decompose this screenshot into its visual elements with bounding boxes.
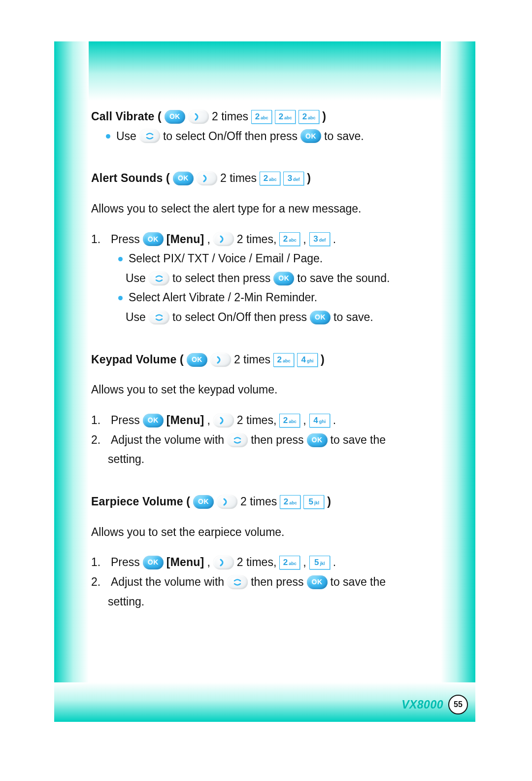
heading-text: Earpiece Volume ( [91,493,190,511]
text: then press [251,573,303,591]
right-arrow-icon [188,110,209,124]
gradient-top [54,41,475,101]
text: Press [111,231,140,248]
paren-close: ) [322,108,326,126]
ok-icon [143,556,164,569]
text: . [333,554,336,571]
page-number: 55 [448,695,468,714]
text: , [303,554,306,571]
text: , [207,412,210,429]
text: to save the [331,573,386,591]
list-number: 1. [91,412,108,429]
text: Press [111,554,140,571]
list-item-cont: setting. [108,593,441,611]
key-4ghi-icon: 4ghi [309,414,330,427]
text: to select On/Off then press [172,309,307,326]
key-2abc-icon: 2abc [273,353,294,367]
ok-icon [143,414,164,427]
right-arrow-icon [197,172,217,185]
paren-close: ) [307,170,311,187]
key-2abc-icon: 2abc [260,172,280,185]
content: Call Vibrate ( 2 times 2abc 2abc 2abc ) … [91,106,441,682]
text: Allows you to set the earpiece volume. [91,524,284,541]
key-2abc-icon: 2abc [251,110,272,124]
text: 2 times, [237,412,277,429]
text: to select then press [172,270,270,287]
text: to save. [333,309,373,326]
ok-icon [173,172,194,185]
ok-icon [187,353,207,367]
right-arrow-icon [210,353,231,367]
key-2abc-icon: 2abc [279,556,300,569]
bullet-icon [118,296,123,300]
text: setting. [108,451,144,468]
text: Adjust the volume with [111,431,224,449]
text: to save the [331,431,386,449]
text: . [333,231,336,248]
model-label: VX8000 [401,698,443,711]
text: Use [126,270,146,287]
gradient-left [54,41,89,722]
key-2abc-icon: 2abc [279,232,300,246]
bullet-row: Select Alert Vibrate / 2-Min Reminder. [118,289,441,307]
paren-close: ) [321,351,325,369]
text: Select PIX/ TXT / Voice / Email / Page. [129,250,323,268]
list-item-cont: setting. [108,451,441,468]
ok-icon [273,272,294,285]
gradient-right [441,41,475,722]
description: Allows you to select the alert type for … [91,200,441,218]
text: , [207,554,210,571]
key-5jkl-icon: 5jkl [303,495,324,509]
bullet-icon [106,134,110,139]
text: setting. [108,593,144,611]
nav-updown-icon [149,311,169,324]
ok-icon [307,433,328,447]
text: Press [111,412,140,429]
text: Select Alert Vibrate / 2-Min Reminder. [129,289,317,307]
list-item: 2. Adjust the volume with then press to … [91,431,441,449]
list-number: 2. [91,431,108,449]
bullet-icon [118,257,123,261]
list-number: 1. [91,554,108,571]
key-2abc-icon: 2abc [280,495,300,509]
ok-icon [307,575,328,589]
right-arrow-icon [213,556,234,569]
list-item: 2. Adjust the volume with then press to … [91,573,441,591]
list-number: 2. [91,573,108,591]
key-4ghi-icon: 4ghi [297,353,318,367]
bullet-row-cont: Use to select then press to save the sou… [126,270,441,287]
right-arrow-icon [213,232,234,246]
list-item: 1. Press [Menu] , 2 times, 2abc , 5jkl . [91,554,441,571]
text: to save the sound. [297,270,390,287]
key-5jkl-icon: 5jkl [309,556,330,569]
nav-updown-icon [227,575,248,589]
key-2abc-icon: 2abc [275,110,296,124]
key-2abc-icon: 2abc [299,110,319,124]
times-text: 2 times [234,351,270,369]
key-3def-icon: 3def [283,172,304,185]
menu-label: [Menu] [166,231,204,248]
menu-label: [Menu] [166,554,204,571]
bullet-row: Select PIX/ TXT / Voice / Email / Page. [118,250,441,268]
nav-updown-icon [227,433,248,447]
description: Allows you to set the earpiece volume. [91,524,441,541]
list-item: 1. Press [Menu] , 2 times, 2abc , 3def . [91,231,441,248]
ok-icon [193,495,214,509]
nav-updown-icon [149,272,169,285]
section-keypad-volume-heading: Keypad Volume ( 2 times 2abc 4ghi ) [91,351,441,369]
page: Call Vibrate ( 2 times 2abc 2abc 2abc ) … [0,0,532,781]
text: Allows you to select the alert type for … [91,200,361,218]
heading-text: Keypad Volume ( [91,351,184,369]
heading-text: Alert Sounds ( [91,170,170,187]
menu-label: [Menu] [166,412,204,429]
ok-icon [143,232,164,246]
text: . [333,412,336,429]
text: 2 times, [237,231,277,248]
ok-icon [310,311,331,324]
text: Allows you to set the keypad volume. [91,381,277,399]
page-footer: VX8000 55 [401,695,468,714]
text: to select On/Off then press [163,128,298,145]
times-text: 2 times [240,493,277,511]
right-arrow-icon [213,414,234,427]
text: , [207,231,210,248]
